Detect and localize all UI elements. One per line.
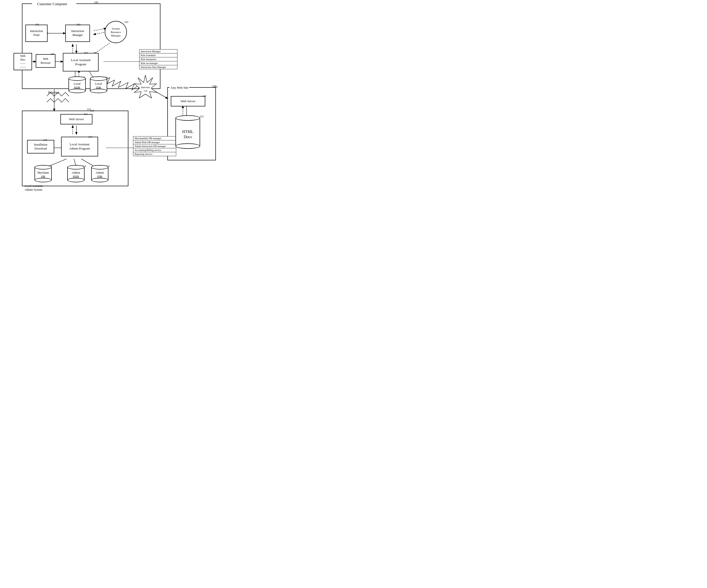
merchant-db-cylinder: Merchant DB (34, 165, 52, 182)
html-docs-top (175, 115, 200, 121)
module-accounting-billing: Accounting/Billing service (133, 148, 176, 152)
internet-starburst: Internet 130 (132, 74, 159, 99)
local-idb-bottom (90, 89, 107, 93)
svg-text:100: 100 (94, 1, 98, 4)
module-rule-set-manager: Rule set manager (139, 61, 177, 65)
html-docs-cylinder: HTML Docs (175, 115, 200, 149)
module-rule-scheduler: Rule Scheduler (139, 54, 177, 58)
web-server-right-label: Web Server (181, 99, 196, 103)
admin-rdb-top (67, 165, 85, 170)
modules-bottom-list: MerchantInfo DB manager Admin Rule DB ma… (133, 136, 176, 156)
svg-text:130: 130 (144, 90, 147, 92)
local-rdb-cylinder: Local RDB (68, 76, 86, 93)
ref-122: 122 (200, 115, 204, 118)
ref-112: 112 (88, 135, 92, 138)
web-doc-area: Web Doc ~~~~~~~~ (13, 53, 32, 70)
ref-120: 120 (213, 85, 217, 89)
interaction-point-box: Interaction Point (25, 25, 47, 42)
any-web-site-label: Any Web Site (170, 86, 189, 90)
module-interaction-data-manager: Interaction Data Manager (139, 65, 177, 69)
ref-116: 116 (43, 138, 47, 141)
local-assistant-program-box: Local Assistant Program (63, 53, 99, 71)
web-server-top-label: Web Server (69, 117, 84, 122)
web-server-right-box: Web Server (171, 96, 205, 106)
installation-download-box: Installation Download (27, 140, 54, 153)
modules-top-list: Interaction Manager Rule Scheduler Rule … (139, 49, 177, 69)
local-admin-system-label: Local Assistant Admin System (25, 184, 43, 192)
ref-111: 111 (84, 112, 88, 115)
internet-top-label: Internet (48, 91, 59, 95)
admin-idb-cylinder: Admin IDB (91, 165, 108, 182)
system-resource-manager: System Resource Manager (105, 21, 127, 43)
svg-line-11 (94, 32, 106, 34)
local-idb-cylinder: Local IDB (90, 76, 107, 93)
customer-computer-label: Customer Computer (36, 2, 69, 6)
web-browser-label: Web Browser (41, 57, 51, 65)
local-assistant-admin-box: Local Assistant Admin Program (61, 137, 98, 157)
module-rule-interpreter: Rule Interpreter (139, 58, 177, 61)
merchant-db-bottom (34, 178, 52, 182)
merchant-db-top (34, 165, 52, 170)
local-admin-label: Local Assistant Admin Program (69, 142, 90, 151)
local-assistant-label: Local Assistant Program (71, 58, 91, 67)
system-resource-label: System Resource Manager (111, 27, 121, 37)
local-idb-top (90, 76, 107, 81)
module-reporting: Reporting Service (133, 152, 176, 156)
admin-idb-top (91, 165, 108, 170)
module-admin-interaction-db: Admin Interaction DB manager (133, 144, 176, 148)
interaction-point-label: Interaction Point (30, 29, 43, 37)
admin-idb-bottom (91, 178, 108, 182)
ref-110: 110 (90, 109, 94, 112)
starburst-svg: Internet 130 (132, 74, 159, 99)
ref-107: 107 (50, 53, 55, 56)
ref-121: 121 (203, 94, 207, 97)
web-doc-waves: ~~~~~~~~ (20, 62, 26, 69)
web-doc-label: Web Doc (20, 54, 26, 62)
installation-download-label: Installation Download (34, 143, 47, 150)
module-admin-rule-db: Admin Rule DB manager (133, 140, 176, 144)
html-docs-body: HTML Docs (175, 118, 200, 146)
ref-103: 103 (124, 21, 128, 24)
diagram-container: 100 110 120 (0, 0, 222, 192)
svg-line-10 (94, 28, 106, 31)
ref-102: 102 (76, 23, 80, 26)
svg-line-12 (94, 43, 110, 54)
admin-rdb-bottom (67, 178, 85, 182)
html-docs-bottom (175, 143, 200, 149)
module-interaction-manager: Interaction Manager (139, 49, 177, 54)
ref-104: 104 (84, 51, 88, 54)
local-rdb-top (68, 76, 86, 81)
web-server-top-box: Web Server (60, 114, 92, 125)
svg-text:Internet: Internet (141, 86, 150, 89)
web-browser-box: Web Browser (36, 54, 56, 68)
ref-101: 101 (35, 23, 39, 26)
interaction-manager-label: Interaction Manager (71, 29, 84, 37)
admin-rdb-cylinder: Admin RDB (67, 165, 85, 182)
local-rdb-bottom (68, 89, 86, 93)
interaction-manager-box: Interaction Manager (65, 25, 90, 42)
module-merchantinfo-db: MerchantInfo DB manager (133, 136, 176, 140)
